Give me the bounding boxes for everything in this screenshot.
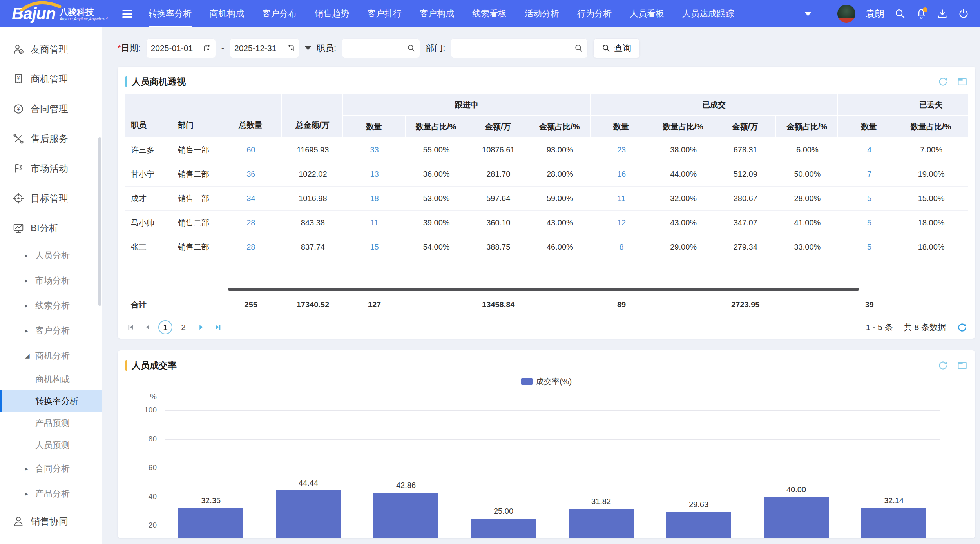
window-icon[interactable] xyxy=(957,76,967,87)
refresh-icon[interactable] xyxy=(938,76,948,87)
date-preset-caret-icon[interactable] xyxy=(305,46,311,50)
column-header-部门: 部门 xyxy=(172,94,219,138)
nav-tab-线索看板[interactable]: 线索看板 xyxy=(463,0,516,27)
sidebar-item-销售协同[interactable]: 销售协同 xyxy=(0,506,102,536)
last-page-button[interactable] xyxy=(212,321,223,333)
employee-input[interactable] xyxy=(346,44,407,53)
cell-count-link[interactable]: 36 xyxy=(219,162,282,187)
cell-count-link[interactable]: 5 xyxy=(838,235,900,259)
user-name[interactable]: 袁朗 xyxy=(866,7,884,20)
sidebar-item-市场活动[interactable]: 市场活动 xyxy=(0,154,102,183)
bar-close-rate-4[interactable] xyxy=(471,519,536,538)
sidebar-scrollbar[interactable] xyxy=(98,137,101,306)
prev-page-button[interactable] xyxy=(142,321,154,333)
nav-tab-转换率分析[interactable]: 转换率分析 xyxy=(139,0,201,27)
date-to-input[interactable] xyxy=(234,44,284,53)
cell-count-link[interactable]: 18 xyxy=(343,187,405,211)
nav-tab-客户排行[interactable]: 客户排行 xyxy=(358,0,411,27)
query-button[interactable]: 查询 xyxy=(593,38,640,58)
sidebar-item-商机分析[interactable]: ◢商机分析 xyxy=(0,343,102,368)
employee-field[interactable] xyxy=(342,38,420,58)
search-icon[interactable] xyxy=(895,8,906,19)
notifications-bell-icon[interactable] xyxy=(916,8,927,19)
cell-count-link[interactable]: 16 xyxy=(591,162,652,187)
sidebar-item-市场分析[interactable]: ▸市场分析 xyxy=(0,268,102,293)
legend-item-close-rate[interactable]: 成交率(%) xyxy=(521,376,572,387)
refresh-icon[interactable] xyxy=(957,322,967,333)
nav-tab-销售趋势[interactable]: 销售趋势 xyxy=(306,0,358,27)
cell-count-link[interactable]: 5 xyxy=(838,187,900,211)
sidebar-item-目标管理[interactable]: 目标管理 xyxy=(0,183,102,213)
date-from-field[interactable] xyxy=(146,38,216,58)
y-tick-label: 80 xyxy=(129,435,157,443)
sidebar-item-基本功能[interactable]: 基本功能 xyxy=(0,536,102,544)
nav-tab-客户构成[interactable]: 客户构成 xyxy=(411,0,463,27)
sidebar-item-合同管理[interactable]: ¥合同管理 xyxy=(0,94,102,124)
avatar[interactable] xyxy=(837,5,855,23)
cell-count-link[interactable]: 15 xyxy=(343,235,405,259)
cell-value: 360.10 xyxy=(467,211,529,235)
refresh-icon[interactable] xyxy=(938,360,948,371)
nav-tab-人员看板[interactable]: 人员看板 xyxy=(621,0,673,27)
date-from-input[interactable] xyxy=(151,44,200,53)
sidebar-item-商机管理[interactable]: ¥商机管理 xyxy=(0,64,102,94)
sidebar-item-BI分析[interactable]: BI分析 xyxy=(0,213,102,243)
cell-count-link[interactable]: 28 xyxy=(219,235,282,259)
sidebar-item-商机构成[interactable]: 商机构成 xyxy=(0,368,102,390)
cell-count-link[interactable]: 34 xyxy=(219,187,282,211)
bar-close-rate-1[interactable] xyxy=(178,508,243,538)
window-icon[interactable] xyxy=(957,360,967,371)
horizontal-scrollbar[interactable] xyxy=(228,288,859,291)
sidebar-item-售后服务[interactable]: 售后服务 xyxy=(0,124,102,154)
bar-close-rate-8[interactable] xyxy=(861,508,926,538)
cell-value: 10876.61 xyxy=(467,138,529,162)
sidebar-item-人员分析[interactable]: ▸人员分析 xyxy=(0,243,102,268)
cell-count-link[interactable]: 60 xyxy=(219,138,282,162)
cell-count-link[interactable]: 28 xyxy=(219,211,282,235)
cell-count-link[interactable]: 33 xyxy=(343,138,405,162)
cell-count-link[interactable]: 4 xyxy=(838,138,900,162)
menu-toggle-icon[interactable] xyxy=(119,7,136,21)
bar-close-rate-6[interactable] xyxy=(666,512,731,538)
sidebar-item-转换率分析[interactable]: 转换率分析 xyxy=(0,390,102,412)
date-to-field[interactable] xyxy=(230,38,299,58)
page-number-1[interactable]: 1 xyxy=(158,320,172,334)
calendar-icon[interactable] xyxy=(287,44,295,53)
bar-close-rate-2[interactable] xyxy=(276,490,341,538)
first-page-button[interactable] xyxy=(125,321,137,333)
tabs-overflow-caret-icon[interactable] xyxy=(804,12,812,16)
sidebar-item-客户分析[interactable]: ▸客户分析 xyxy=(0,318,102,343)
cell-count-link[interactable]: 11 xyxy=(343,211,405,235)
cell-count-link[interactable]: 23 xyxy=(591,138,652,162)
next-page-button[interactable] xyxy=(195,321,207,333)
cell-count-link[interactable]: 13 xyxy=(343,162,405,187)
page-number-2[interactable]: 2 xyxy=(176,320,190,334)
cell-count-link[interactable]: 7 xyxy=(838,162,900,187)
download-icon[interactable] xyxy=(937,8,948,19)
calendar-icon[interactable] xyxy=(203,44,211,53)
bar-close-rate-5[interactable] xyxy=(569,509,634,538)
sidebar-item-人员预测[interactable]: 人员预测 xyxy=(0,434,102,456)
nav-tab-商机构成[interactable]: 商机构成 xyxy=(201,0,253,27)
nav-tab-人员达成跟踪[interactable]: 人员达成跟踪 xyxy=(673,0,743,27)
sidebar-item-合同分析[interactable]: ▸合同分析 xyxy=(0,456,102,481)
sidebar-item-产品预测[interactable]: 产品预测 xyxy=(0,412,102,434)
nav-tab-客户分布[interactable]: 客户分布 xyxy=(253,0,306,27)
nav-tab-行为分析[interactable]: 行为分析 xyxy=(568,0,621,27)
sidebar-item-友商管理[interactable]: vs友商管理 xyxy=(0,34,102,64)
department-input[interactable] xyxy=(455,44,574,53)
bar-close-rate-7[interactable] xyxy=(764,497,829,539)
search-icon[interactable] xyxy=(574,44,583,53)
sidebar-item-产品分析[interactable]: ▸产品分析 xyxy=(0,481,102,506)
nav-tab-活动分析[interactable]: 活动分析 xyxy=(516,0,568,27)
sidebar-item-线索分析[interactable]: ▸线索分析 xyxy=(0,293,102,318)
department-field[interactable] xyxy=(451,38,588,58)
power-icon[interactable] xyxy=(958,8,969,19)
bar-close-rate-3[interactable] xyxy=(373,493,438,538)
cell-count-link[interactable]: 8 xyxy=(591,235,652,259)
search-icon[interactable] xyxy=(407,44,415,53)
sidebar-item-label: 线索分析 xyxy=(35,300,70,312)
cell-count-link[interactable]: 12 xyxy=(591,211,652,235)
cell-count-link[interactable]: 5 xyxy=(838,211,900,235)
cell-count-link[interactable]: 11 xyxy=(591,187,652,211)
